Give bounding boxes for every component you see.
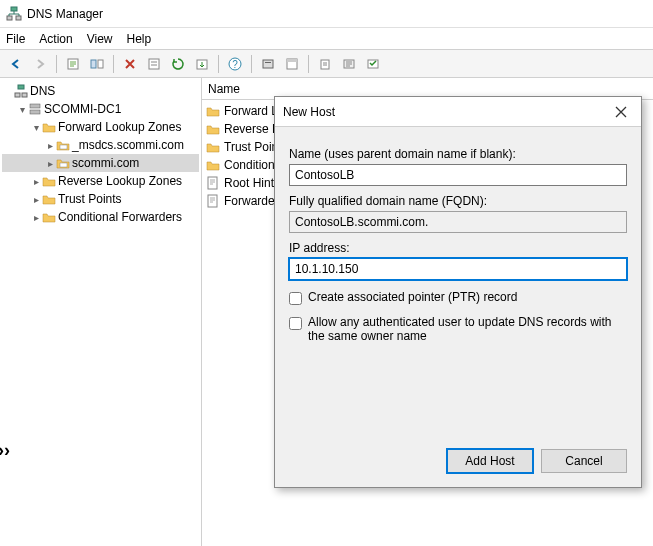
auth-checkbox[interactable] [289, 317, 302, 330]
svg-rect-17 [18, 85, 24, 89]
menu-help[interactable]: Help [127, 32, 152, 46]
tree-server[interactable]: ▾ SCOMMI-DC1 [2, 100, 199, 118]
folder-icon [42, 174, 56, 188]
tree-label: SCOMMI-DC1 [44, 102, 121, 116]
tree-label: _msdcs.scommi.com [72, 138, 184, 152]
tree-label: Forward Lookup Zones [58, 120, 181, 134]
folder-icon [42, 120, 56, 134]
tree-flz[interactable]: ▾ Forward Lookup Zones [2, 118, 199, 136]
folder-icon [42, 192, 56, 206]
tree-label: scommi.com [72, 156, 139, 170]
list-item-label: Reverse L [224, 122, 279, 136]
folder-icon [42, 210, 56, 224]
auth-checkbox-label: Allow any authenticated user to update D… [308, 315, 627, 343]
svg-rect-10 [263, 60, 273, 68]
tree-zone-scommi[interactable]: ▸ scommi.com [2, 154, 199, 172]
list-item-label: Condition [224, 158, 275, 172]
list-item-label: Root Hint [224, 176, 274, 190]
new-icon[interactable] [63, 54, 83, 74]
svg-rect-22 [60, 145, 67, 149]
dns-icon [6, 6, 22, 22]
forward-button[interactable] [30, 54, 50, 74]
tool-icon-1[interactable] [258, 54, 278, 74]
toolbar: ? [0, 50, 653, 78]
back-button[interactable] [6, 54, 26, 74]
delete-icon[interactable] [120, 54, 140, 74]
server-icon [28, 102, 42, 116]
page-icon [206, 176, 220, 190]
ip-label: IP address: [289, 241, 627, 255]
page-icon [206, 194, 220, 208]
svg-rect-5 [98, 60, 103, 68]
tree-root-dns[interactable]: DNS [2, 82, 199, 100]
folder-icon [206, 140, 220, 154]
fqdn-label: Fully qualified domain name (FQDN): [289, 194, 627, 208]
ptr-checkbox-label: Create associated pointer (PTR) record [308, 290, 517, 304]
menu-file[interactable]: File [6, 32, 25, 46]
list-item-label: Forwarder [224, 194, 279, 208]
tool-icon-4[interactable] [339, 54, 359, 74]
tree-label: DNS [30, 84, 55, 98]
name-label: Name (uses parent domain name if blank): [289, 147, 627, 161]
svg-rect-23 [60, 163, 67, 167]
list-item-label: Forward L [224, 104, 278, 118]
tool-icon-3[interactable] [315, 54, 335, 74]
svg-rect-0 [11, 7, 17, 11]
tree-label: Conditional Forwarders [58, 210, 182, 224]
list-item-label: Trust Poin [224, 140, 278, 154]
chevron-right-icon: ›› [0, 440, 10, 461]
folder-icon [206, 158, 220, 172]
folder-icon [206, 104, 220, 118]
svg-rect-21 [30, 110, 40, 114]
cancel-button[interactable]: Cancel [541, 449, 627, 473]
ptr-checkbox[interactable] [289, 292, 302, 305]
ip-field[interactable] [289, 258, 627, 280]
tree-rlz[interactable]: ▸ Reverse Lookup Zones [2, 172, 199, 190]
close-icon [615, 106, 627, 118]
svg-rect-18 [15, 93, 20, 97]
dialog-title: New Host [283, 105, 335, 119]
tree-tp[interactable]: ▸ Trust Points [2, 190, 199, 208]
svg-text:?: ? [232, 59, 238, 70]
menu-view[interactable]: View [87, 32, 113, 46]
tool-icon-2[interactable] [282, 54, 302, 74]
nav-tree[interactable]: DNS ▾ SCOMMI-DC1 ▾ Forward Lookup Zones … [0, 78, 202, 546]
refresh-icon[interactable] [168, 54, 188, 74]
toggle-icon[interactable] [87, 54, 107, 74]
svg-rect-24 [208, 177, 217, 189]
svg-rect-11 [265, 62, 271, 63]
new-host-dialog: New Host Name (uses parent domain name i… [274, 96, 642, 488]
name-field[interactable] [289, 164, 627, 186]
svg-rect-13 [287, 59, 297, 62]
window-title: DNS Manager [27, 7, 103, 21]
svg-rect-1 [7, 16, 12, 20]
svg-rect-19 [22, 93, 27, 97]
tool-icon-5[interactable] [363, 54, 383, 74]
close-button[interactable] [609, 100, 633, 124]
menu-bar: File Action View Help [0, 28, 653, 50]
tree-label: Trust Points [58, 192, 122, 206]
zone-icon [56, 156, 70, 170]
svg-rect-2 [16, 16, 21, 20]
menu-action[interactable]: Action [39, 32, 72, 46]
tree-label: Reverse Lookup Zones [58, 174, 182, 188]
add-host-button[interactable]: Add Host [447, 449, 533, 473]
zone-icon [56, 138, 70, 152]
export-icon[interactable] [192, 54, 212, 74]
svg-rect-4 [91, 60, 96, 68]
dialog-title-bar: New Host [275, 97, 641, 127]
dns-icon [14, 84, 28, 98]
tree-zone-msdcs[interactable]: ▸ _msdcs.scommi.com [2, 136, 199, 154]
fqdn-field [289, 211, 627, 233]
properties-icon[interactable] [144, 54, 164, 74]
tree-cf[interactable]: ▸ Conditional Forwarders [2, 208, 199, 226]
svg-rect-25 [208, 195, 217, 207]
svg-rect-20 [30, 104, 40, 108]
folder-icon [206, 122, 220, 136]
help-icon[interactable]: ? [225, 54, 245, 74]
svg-rect-6 [149, 59, 159, 69]
title-bar: DNS Manager [0, 0, 653, 28]
